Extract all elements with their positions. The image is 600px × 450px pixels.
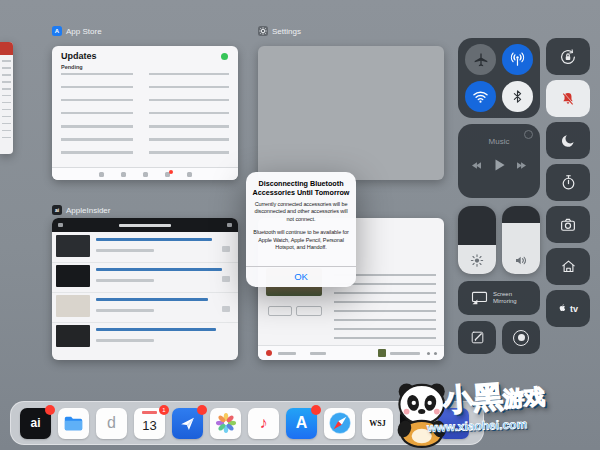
notes-icon — [470, 330, 485, 345]
rotation-lock-icon — [559, 48, 577, 66]
dock-appleinsider[interactable]: ai — [20, 408, 51, 439]
appleinsider-mini-icon: ai — [52, 205, 62, 215]
notes-button[interactable] — [458, 321, 496, 354]
paper-plane-icon — [179, 415, 196, 432]
news-thumbnail — [56, 325, 90, 347]
meta-skeleton — [96, 279, 154, 282]
news-item — [52, 262, 238, 293]
now-playing-thumb — [378, 349, 386, 357]
header-title-skeleton — [119, 224, 171, 227]
do-not-disturb-toggle[interactable] — [546, 122, 590, 159]
notification-badge: 1 — [159, 405, 169, 415]
bluetooth-alert-dialog: Disconnecting Bluetooth Accessories Unti… — [246, 172, 356, 287]
airplane-mode-toggle[interactable] — [465, 44, 496, 75]
wifi-toggle[interactable] — [465, 81, 496, 112]
news-thumbnail — [56, 235, 90, 257]
dock-files[interactable] — [58, 408, 89, 439]
timer-button[interactable] — [546, 164, 590, 201]
cellular-icon — [509, 51, 526, 68]
media-button-skeleton — [268, 306, 292, 316]
card-label-settings: Settings — [258, 26, 301, 36]
comment-icon — [222, 306, 230, 312]
wifi-icon — [472, 88, 489, 105]
toolbar-dot — [434, 352, 437, 355]
dock-photos[interactable] — [210, 408, 241, 439]
screen-mirroring-icon — [471, 291, 488, 305]
tv-label: tv — [570, 304, 578, 314]
card-label-news: ai AppleInsider — [52, 205, 110, 215]
next-track-button[interactable] — [516, 161, 527, 170]
dock-calendar[interactable]: 13 1 — [134, 408, 165, 439]
meta-skeleton — [96, 249, 154, 252]
dock-nytimes[interactable]: T 1 — [400, 408, 431, 439]
music-widget[interactable]: Music — [458, 124, 540, 198]
card-label-text: App Store — [66, 27, 102, 36]
apple-logo-icon — [558, 303, 568, 315]
d-glyph: d — [107, 414, 116, 432]
card-label-text: Settings — [272, 27, 301, 36]
ok-button[interactable]: OK — [246, 266, 356, 287]
settings-gear-icon — [258, 26, 268, 36]
brightness-slider[interactable] — [458, 206, 496, 274]
camera-button[interactable] — [546, 206, 590, 243]
music-widget-title: Music — [489, 137, 510, 146]
play-button[interactable] — [492, 158, 506, 172]
timer-icon — [560, 174, 577, 191]
media-toolbar — [258, 345, 444, 360]
updates-list-skeleton-right — [149, 73, 229, 161]
previous-track-button[interactable] — [471, 161, 482, 170]
headline-skeleton — [96, 328, 216, 331]
news-item — [52, 322, 238, 352]
updates-title: Updates — [61, 51, 97, 61]
cellular-data-toggle[interactable] — [502, 44, 533, 75]
headline-skeleton — [96, 268, 222, 271]
comment-icon — [222, 246, 230, 252]
dock-music[interactable]: ♪ — [248, 408, 279, 439]
screen-record-button[interactable] — [502, 321, 540, 354]
volume-slider[interactable] — [502, 206, 540, 274]
app-store-mini-icon: A — [52, 26, 62, 36]
photos-flower-icon — [215, 412, 237, 434]
media-button-skeleton — [296, 306, 322, 316]
app-store-a-glyph: A — [296, 414, 308, 432]
app-card-settings[interactable] — [258, 46, 444, 180]
mute-toggle[interactable] — [546, 80, 590, 117]
comment-icon — [222, 276, 230, 282]
apple-tv-remote-button[interactable]: tv — [546, 290, 590, 327]
dialog-body-2: Bluetooth will continue to be available … — [251, 229, 351, 251]
dock-hidden-app[interactable] — [438, 408, 469, 439]
notification-badge — [197, 405, 207, 415]
dock-spark-mail[interactable] — [172, 408, 203, 439]
airplay-audio-icon — [524, 130, 533, 139]
news-item — [52, 292, 238, 323]
moon-icon — [560, 133, 576, 149]
pending-subtitle: Pending — [61, 64, 83, 70]
screen-mirroring-label: Screen Mirroring — [493, 291, 527, 305]
record-icon — [513, 330, 529, 346]
screen-mirroring-button[interactable]: Screen Mirroring — [458, 281, 540, 315]
airplane-icon — [473, 52, 489, 68]
rotation-lock-toggle[interactable] — [546, 38, 590, 75]
dock-safari[interactable] — [324, 408, 355, 439]
bluetooth-toggle[interactable] — [502, 81, 533, 112]
meta-skeleton — [96, 309, 154, 312]
app-card-app-store[interactable]: Updates Pending — [52, 46, 238, 180]
music-note-glyph: ♪ — [260, 414, 268, 432]
record-dot-icon — [266, 350, 272, 356]
home-app-button[interactable] — [546, 248, 590, 285]
folder-icon — [64, 416, 83, 431]
updates-badge — [169, 170, 173, 174]
news-thumbnail — [56, 295, 90, 317]
news-thumbnail — [56, 265, 90, 287]
nyt-t-glyph: T — [410, 413, 421, 433]
app-card-appleinsider[interactable] — [52, 218, 238, 360]
dock-app-store[interactable]: A — [286, 408, 317, 439]
mute-bell-icon — [560, 91, 576, 107]
dock-d-app[interactable]: d — [96, 408, 127, 439]
card-label-app-store: A App Store — [52, 26, 102, 36]
toolbar-text-skeleton — [310, 352, 326, 355]
dock-wsj[interactable]: WSJ — [362, 408, 393, 439]
app-store-tab-bar — [52, 167, 238, 180]
app-card-partial-left[interactable] — [0, 42, 13, 154]
headline-skeleton — [96, 238, 212, 241]
